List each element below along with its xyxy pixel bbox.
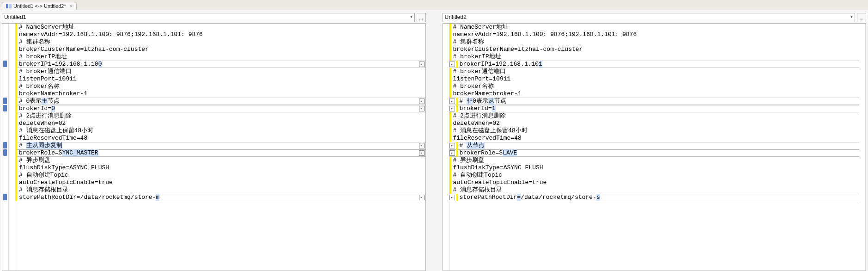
code-line[interactable]: # 自动创建Topic — [15, 172, 425, 179]
right-gutter — [443, 24, 449, 271]
diff-jump-icon[interactable]: ▸ — [419, 143, 425, 148]
code-line[interactable]: ▸storePathRootDir=/data/rocketmq/store-s — [449, 194, 860, 201]
code-line[interactable]: # brokerIP地址 — [449, 53, 860, 61]
editor-tab[interactable]: Untitled1 <-> Untitled2* × — [2, 2, 77, 10]
code-line[interactable]: autoCreateTopicEnable=true — [449, 179, 860, 186]
code-line[interactable]: brokerName=broker‐1 — [15, 90, 425, 98]
left-gutter — [9, 24, 15, 271]
line-text: # 自动创建Topic — [17, 172, 425, 179]
line-text: flushDiskType=ASYNC_FLUSH — [17, 164, 425, 172]
diff-jump-icon[interactable]: ▸ — [449, 195, 455, 200]
diff-jump-icon[interactable]: ▸ — [419, 106, 425, 111]
code-line[interactable]: brokerIP1=192.168.1.100▸ — [15, 61, 425, 68]
code-line[interactable]: ▸brokerIP1=192.168.1.101 — [449, 61, 860, 68]
code-line[interactable]: fileReservedTime=48 — [15, 135, 425, 142]
code-line[interactable]: ▸# 非0表示从节点 — [449, 98, 860, 105]
right-pane: Untitled2 ... # NameServer地址namesrvAddr=… — [441, 13, 868, 271]
overview-mark[interactable] — [3, 105, 7, 111]
code-line[interactable]: # 消息存储根目录 — [449, 186, 860, 194]
line-text: brokerRole=SLAVE — [458, 149, 860, 157]
overview-mark[interactable] — [3, 194, 7, 200]
code-line[interactable]: # 消息存储根目录 — [15, 186, 425, 194]
overview-mark[interactable] — [3, 149, 7, 156]
diff-jump-icon[interactable]: ▸ — [419, 150, 425, 156]
code-line[interactable]: # 自动创建Topic — [449, 172, 860, 179]
code-line[interactable]: # 集群名称 — [449, 38, 860, 46]
code-line[interactable]: brokerId=0▸ — [15, 105, 425, 112]
diff-jump-icon[interactable]: ▸ — [419, 99, 425, 104]
left-filename-select[interactable]: Untitled1 — [2, 13, 415, 22]
line-text: listenPort=10911 — [17, 75, 425, 83]
left-pane-header: Untitled1 ... — [2, 13, 426, 22]
diff-jump-icon[interactable]: ▸ — [449, 62, 455, 67]
code-line[interactable]: # 异步刷盘 — [15, 157, 425, 164]
line-text: # 从节点 — [458, 142, 860, 149]
code-line[interactable]: listenPort=10911 — [15, 75, 425, 83]
code-line[interactable]: # 消息在磁盘上保留48小时 — [449, 127, 860, 135]
code-line[interactable]: namesrvAddr=192.168.1.100: 9876;192.168.… — [15, 31, 425, 38]
code-line[interactable]: flushDiskType=ASYNC_FLUSH — [15, 164, 425, 172]
code-line[interactable]: namesrvAddr=192.168.1.100: 9876;192.168.… — [449, 31, 860, 38]
code-line[interactable]: # broker通信端口 — [449, 68, 860, 75]
overview-mark[interactable] — [3, 61, 7, 67]
line-text: deleteWhen=02 — [451, 120, 860, 127]
right-filename-select[interactable]: Untitled2 — [443, 13, 856, 22]
code-line[interactable]: # NameServer地址 — [449, 24, 860, 31]
left-code[interactable]: # NameServer地址namesrvAddr=192.168.1.100:… — [15, 24, 425, 271]
code-line[interactable]: listenPort=10911 — [449, 75, 860, 83]
diff-jump-icon[interactable]: ▸ — [449, 99, 455, 104]
code-line[interactable]: brokerRole=SYNC_MASTER▸ — [15, 149, 425, 157]
code-line[interactable]: # 2点进行消息删除 — [449, 112, 860, 120]
code-line[interactable]: deleteWhen=02 — [449, 120, 860, 127]
line-text: flushDiskType=ASYNC_FLUSH — [451, 164, 860, 172]
code-line[interactable]: storePathRootDir=/data/rocketmq/store-m▸ — [15, 194, 425, 201]
left-editor[interactable]: # NameServer地址namesrvAddr=192.168.1.100:… — [2, 23, 426, 271]
code-line[interactable]: fileReservedTime=48 — [449, 135, 860, 142]
diff-highlight: 1 — [492, 105, 496, 112]
line-text: # 消息存储根目录 — [451, 186, 860, 194]
left-more-button[interactable]: ... — [417, 13, 426, 22]
code-line[interactable]: # 集群名称 — [15, 38, 425, 46]
code-line[interactable]: # broker名称 — [449, 83, 860, 90]
code-line[interactable]: brokerClusterName=itzhai-com-cluster — [15, 46, 425, 53]
line-text: # 异步刷盘 — [17, 157, 425, 164]
close-icon[interactable]: × — [70, 3, 73, 9]
line-text: # 消息存储根目录 — [17, 186, 425, 194]
code-line[interactable]: # 异步刷盘 — [449, 157, 860, 164]
code-line[interactable]: ▸brokerId=1 — [449, 105, 860, 112]
diff-highlight: 从 — [488, 98, 494, 105]
code-line[interactable]: brokerName=broker‐1 — [449, 90, 860, 98]
line-text: brokerId=0 — [17, 105, 419, 112]
code-line[interactable]: # brokerIP地址 — [15, 53, 425, 61]
code-line[interactable]: # NameServer地址 — [15, 24, 425, 31]
diff-jump-icon[interactable]: ▸ — [449, 150, 455, 156]
code-line[interactable]: brokerClusterName=itzhai-com-cluster — [449, 46, 860, 53]
compare-icon — [6, 3, 12, 9]
line-text: autoCreateTopicEnable=true — [451, 179, 860, 186]
code-line[interactable]: # broker通信端口 — [15, 68, 425, 75]
right-editor[interactable]: # NameServer地址namesrvAddr=192.168.1.100:… — [443, 23, 867, 271]
code-line[interactable]: flushDiskType=ASYNC_FLUSH — [449, 164, 860, 172]
diff-jump-icon[interactable]: ▸ — [419, 62, 425, 67]
code-line[interactable]: ▸# 从节点 — [449, 142, 860, 149]
right-more-button[interactable]: ... — [857, 13, 866, 22]
line-text: # 主从同步复制 — [17, 142, 419, 149]
overview-mark[interactable] — [3, 142, 7, 148]
code-line[interactable]: # 2点进行消息删除 — [15, 112, 425, 120]
diff-jump-icon[interactable]: ▸ — [449, 143, 455, 148]
diff-connector-strip — [428, 13, 441, 271]
right-code[interactable]: # NameServer地址namesrvAddr=192.168.1.100:… — [449, 24, 860, 271]
code-line[interactable]: # 消息在磁盘上保留48小时 — [15, 127, 425, 135]
code-line[interactable]: ▸brokerRole=SLAVE — [449, 149, 860, 157]
code-line[interactable]: deleteWhen=02 — [15, 120, 425, 127]
diff-jump-icon[interactable]: ▸ — [449, 106, 455, 111]
code-line[interactable]: # 0表示主节点▸ — [15, 98, 425, 105]
overview-mark[interactable] — [3, 98, 7, 104]
line-text: # 2点进行消息删除 — [17, 112, 425, 120]
diff-jump-icon[interactable]: ▸ — [419, 195, 425, 200]
code-line[interactable]: autoCreateTopicEnable=true — [15, 179, 425, 186]
code-line[interactable]: # 主从同步复制▸ — [15, 142, 425, 149]
diff-highlight: s — [596, 194, 600, 201]
left-filename: Untitled1 — [4, 14, 26, 20]
code-line[interactable]: # broker名称 — [15, 83, 425, 90]
